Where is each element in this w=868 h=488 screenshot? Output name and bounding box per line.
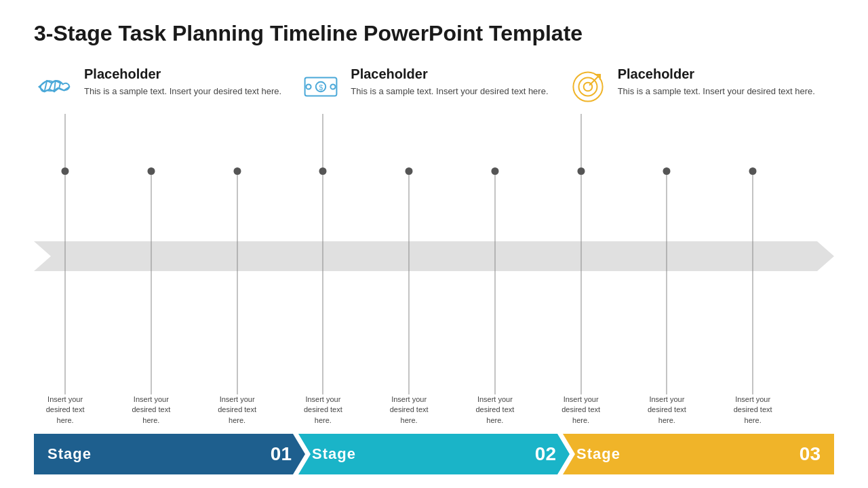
placeholder-card-3: Placeholder This is a sample text. Inser…	[568, 66, 834, 107]
dot-circle-3	[233, 167, 241, 175]
dot-circle-6	[491, 167, 498, 175]
dot-line-2	[151, 175, 151, 394]
dot-circle-8	[663, 167, 671, 175]
stage-3-number: 03	[800, 443, 821, 465]
dot-label-1: Insert your desired text here.	[40, 394, 91, 428]
dot-label-7: Insert your desired text here.	[555, 394, 606, 428]
dot-line-5	[409, 175, 410, 394]
dot-line-7	[580, 175, 581, 394]
dot-circle-5	[406, 167, 413, 175]
dot-label-8: Insert your desired text here.	[642, 394, 692, 428]
page: 3-Stage Task Planning Timeline PowerPoin…	[0, 0, 868, 488]
target-icon	[568, 66, 608, 107]
dot-item-5: Insert your desired text here.	[384, 114, 435, 428]
dot-item-3: Insert your desired text here.	[212, 114, 262, 428]
card-2-text: Placeholder This is a sample text. Inser…	[351, 66, 548, 98]
dot-circle-4	[319, 167, 327, 175]
card-1-heading: Placeholder	[84, 66, 281, 82]
dot-line-8	[667, 175, 667, 394]
card-2-heading: Placeholder	[351, 66, 548, 82]
dot-label-6: Insert your desired text here.	[469, 394, 520, 428]
placeholder-card-2: $ Placeholder This is a sample text. Ins…	[300, 66, 567, 107]
stage-1-label: Stage	[47, 445, 92, 463]
stage-2: Stage 02	[298, 434, 570, 474]
card-3-heading: Placeholder	[618, 66, 815, 82]
dot-label-3: Insert your desired text here.	[212, 394, 262, 428]
stage-3: Stage 03	[563, 434, 834, 474]
dot-line-4	[323, 175, 323, 394]
card-2-body: This is a sample text. Insert your desir…	[351, 85, 548, 98]
dot-line-3	[237, 175, 237, 394]
connect-line-0	[65, 114, 66, 167]
dot-label-2: Insert your desired text here.	[125, 394, 176, 428]
stage-1-number: 01	[271, 443, 292, 465]
placeholder-card-1: Placeholder This is a sample text. Inser…	[34, 66, 300, 107]
svg-point-3	[331, 85, 336, 89]
stage-1: Stage 01	[34, 434, 305, 474]
svg-point-2	[307, 85, 311, 89]
dot-circle-7	[577, 167, 585, 175]
dot-item-9: Insert your desired text here.	[728, 114, 778, 428]
dot-label-5: Insert your desired text here.	[384, 394, 435, 428]
dot-circle-1	[62, 167, 69, 175]
placeholder-cards: Placeholder This is a sample text. Inser…	[34, 66, 834, 107]
dot-line-9	[753, 175, 753, 394]
dot-line-1	[65, 175, 66, 394]
stage-2-number: 02	[535, 443, 556, 465]
connect-line-6	[580, 114, 581, 167]
dot-label-4: Insert your desired text here.	[298, 394, 349, 428]
card-1-text: Placeholder This is a sample text. Inser…	[84, 66, 281, 98]
card-1-body: This is a sample text. Insert your desir…	[84, 85, 281, 98]
page-title: 3-Stage Task Planning Timeline PowerPoin…	[34, 20, 834, 46]
handshake-icon	[34, 66, 75, 107]
stage-3-label: Stage	[576, 445, 620, 463]
dot-circle-9	[749, 167, 757, 175]
stage-bar: Stage 01 Stage 02 Stage 03	[34, 434, 834, 474]
dot-item-8: Insert your desired text here.	[642, 114, 692, 428]
dot-item-6: Insert your desired text here.	[469, 114, 520, 428]
stage-2-label: Stage	[312, 445, 356, 463]
timeline-section: Insert your desired text here.Insert you…	[34, 114, 834, 428]
dot-label-9: Insert your desired text here.	[728, 394, 778, 428]
dot-item-2: Insert your desired text here.	[125, 114, 176, 428]
connect-line-3	[323, 114, 323, 167]
cash-icon: $	[300, 66, 341, 107]
card-3-text: Placeholder This is a sample text. Inser…	[618, 66, 815, 98]
card-3-body: This is a sample text. Insert your desir…	[618, 85, 815, 98]
dot-line-6	[494, 175, 495, 394]
svg-text:$: $	[319, 83, 323, 92]
svg-line-8	[589, 75, 599, 85]
dot-circle-2	[147, 167, 155, 175]
